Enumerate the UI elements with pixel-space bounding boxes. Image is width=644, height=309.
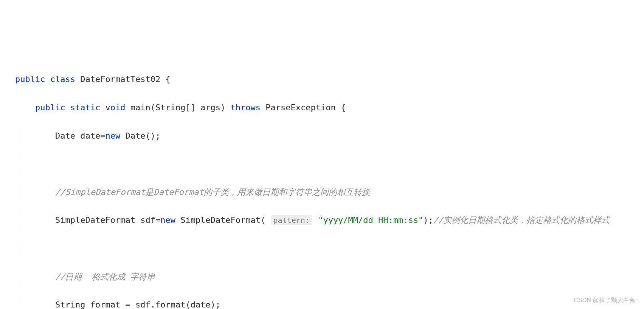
- main-params: (String[] args): [151, 103, 226, 112]
- keyword-throws: throws: [231, 103, 261, 112]
- watermark: CSDN @掉了颗大白兔~: [574, 295, 639, 305]
- keyword-public: public: [15, 74, 45, 84]
- var-format: format: [90, 300, 120, 309]
- code-line[interactable]: SimpleDateFormat sdf=new SimpleDateForma…: [0, 213, 644, 227]
- keyword-void: void: [105, 103, 125, 112]
- keyword-class: class: [50, 74, 75, 84]
- code-line[interactable]: [0, 157, 644, 171]
- code-editor[interactable]: public class DateFormatTest02 { public s…: [0, 57, 644, 309]
- comment: //实例化日期格式化类，指定格式化的格式样式: [433, 215, 610, 225]
- string-pattern: "yyyy/MM/dd HH:mm:ss": [318, 215, 423, 225]
- keyword-public: public: [35, 103, 65, 112]
- code-line[interactable]: //日期 格式化成 字符串: [0, 270, 644, 284]
- var-date: date: [80, 131, 100, 141]
- type-sdf: SimpleDateFormat: [55, 215, 135, 225]
- ctor-sdf: SimpleDateFormat(: [180, 215, 265, 225]
- code-line[interactable]: //SimpleDateFormat是DateFormat的子类，用来做日期和字…: [0, 185, 644, 199]
- comment: //日期 格式化成 字符串: [55, 272, 155, 281]
- code-line[interactable]: String format = sdf.format(date);: [0, 298, 644, 309]
- comment: //SimpleDateFormat是DateFormat的子类，用来做日期和字…: [55, 187, 370, 197]
- keyword-new: new: [160, 215, 175, 225]
- method-main: main: [130, 103, 151, 112]
- code-line[interactable]: public static void main(String[] args) t…: [0, 100, 644, 114]
- class-name: DateFormatTest02: [80, 74, 160, 84]
- call-format: sdf.format(date): [135, 300, 216, 309]
- ctor-date: Date(): [125, 131, 155, 141]
- var-sdf: sdf: [140, 215, 155, 225]
- type-date: Date: [55, 131, 75, 141]
- code-line[interactable]: Date date=new Date();: [0, 129, 644, 143]
- code-line[interactable]: [0, 241, 644, 255]
- keyword-static: static: [70, 103, 100, 112]
- param-hint-pattern: pattern:: [271, 215, 312, 225]
- code-line[interactable]: public class DateFormatTest02 {: [0, 72, 644, 86]
- keyword-new: new: [105, 131, 120, 141]
- exception-type: ParseException: [265, 103, 335, 112]
- type-string: String: [55, 300, 85, 309]
